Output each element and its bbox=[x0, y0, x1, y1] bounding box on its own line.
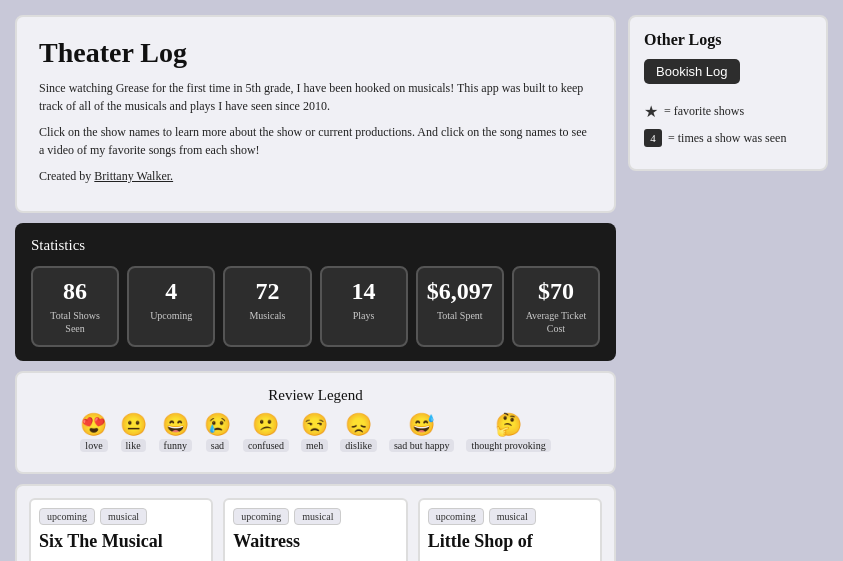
show-tags: upcomingmusical bbox=[233, 508, 397, 525]
emoji-icon: 😅 bbox=[408, 414, 435, 436]
other-logs-card: Other Logs Bookish Log ★ = favorite show… bbox=[628, 15, 828, 171]
emoji-item: 😢 sad bbox=[204, 414, 231, 452]
emoji-label: like bbox=[121, 439, 146, 452]
review-legend-title: Review Legend bbox=[33, 387, 598, 404]
statistics-title: Statistics bbox=[31, 237, 600, 254]
star-legend-row: ★ = favorite shows bbox=[644, 102, 812, 121]
created-by: Created by Brittany Walker. bbox=[39, 167, 592, 185]
number-legend-row: 4 = times a show was seen bbox=[644, 129, 812, 147]
emoji-icon: 😕 bbox=[252, 414, 279, 436]
number-badge: 4 bbox=[644, 129, 662, 147]
show-tags: upcomingmusical bbox=[428, 508, 592, 525]
show-name[interactable]: Six The Musical bbox=[39, 531, 203, 552]
show-card[interactable]: upcomingmusical Little Shop of bbox=[418, 498, 602, 561]
stat-label: Total Spent bbox=[426, 309, 494, 322]
stat-number: 4 bbox=[137, 278, 205, 305]
emoji-item: 😐 like bbox=[120, 414, 147, 452]
emoji-icon: 😍 bbox=[80, 414, 107, 436]
emoji-icon: 🤔 bbox=[495, 414, 522, 436]
emoji-icon: 😒 bbox=[301, 414, 328, 436]
stat-number: 14 bbox=[330, 278, 398, 305]
description-1: Since watching Grease for the first time… bbox=[39, 79, 592, 115]
other-logs-title: Other Logs bbox=[644, 31, 812, 49]
emoji-item: 😒 meh bbox=[301, 414, 328, 452]
stats-grid: 86 Total Shows Seen 4 Upcoming 72 Musica… bbox=[31, 266, 600, 347]
emoji-item: 🤔 thought provoking bbox=[466, 414, 550, 452]
stat-number: 72 bbox=[233, 278, 301, 305]
emoji-icon: 😞 bbox=[345, 414, 372, 436]
stat-label: Upcoming bbox=[137, 309, 205, 322]
sidebar: Other Logs Bookish Log ★ = favorite show… bbox=[628, 15, 828, 546]
show-tag: musical bbox=[100, 508, 147, 525]
stat-number: $70 bbox=[522, 278, 590, 305]
stat-number: 86 bbox=[41, 278, 109, 305]
emoji-icon: 😄 bbox=[162, 414, 189, 436]
emoji-item: 😍 love bbox=[80, 414, 107, 452]
emoji-label: sad bbox=[206, 439, 229, 452]
stat-label: Plays bbox=[330, 309, 398, 322]
show-tag: upcoming bbox=[233, 508, 289, 525]
show-card[interactable]: upcomingmusical Six The Musical bbox=[29, 498, 213, 561]
number-legend-label: = times a show was seen bbox=[668, 131, 786, 146]
description-2: Click on the show names to learn more ab… bbox=[39, 123, 592, 159]
emoji-row: 😍 love 😐 like 😄 funny 😢 sad 😕 confused 😒… bbox=[33, 414, 598, 452]
shows-section: upcomingmusical Six The Musical upcoming… bbox=[15, 484, 616, 561]
emoji-icon: 😐 bbox=[120, 414, 147, 436]
stat-label: Musicals bbox=[233, 309, 301, 322]
emoji-item: 😅 sad but happy bbox=[389, 414, 455, 452]
show-tag: upcoming bbox=[428, 508, 484, 525]
header-card: Theater Log Since watching Grease for th… bbox=[15, 15, 616, 213]
stat-box: $6,097 Total Spent bbox=[416, 266, 504, 347]
stat-box: 86 Total Shows Seen bbox=[31, 266, 119, 347]
emoji-label: confused bbox=[243, 439, 289, 452]
emoji-label: funny bbox=[159, 439, 192, 452]
emoji-label: sad but happy bbox=[389, 439, 455, 452]
author-link[interactable]: Brittany Walker. bbox=[94, 169, 173, 183]
stat-box: 14 Plays bbox=[320, 266, 408, 347]
emoji-label: meh bbox=[301, 439, 328, 452]
emoji-label: love bbox=[80, 439, 107, 452]
stat-label: Total Shows Seen bbox=[41, 309, 109, 335]
emoji-item: 😄 funny bbox=[159, 414, 192, 452]
bookish-log-button[interactable]: Bookish Log bbox=[644, 59, 740, 84]
stat-box: 72 Musicals bbox=[223, 266, 311, 347]
show-tags: upcomingmusical bbox=[39, 508, 203, 525]
show-name[interactable]: Waitress bbox=[233, 531, 397, 552]
emoji-item: 😞 dislike bbox=[340, 414, 377, 452]
stat-box: $70 Average Ticket Cost bbox=[512, 266, 600, 347]
show-tag: upcoming bbox=[39, 508, 95, 525]
star-legend-label: = favorite shows bbox=[664, 104, 744, 119]
show-name[interactable]: Little Shop of bbox=[428, 531, 592, 552]
stat-label: Average Ticket Cost bbox=[522, 309, 590, 335]
review-legend-section: Review Legend 😍 love 😐 like 😄 funny 😢 sa… bbox=[15, 371, 616, 474]
show-card[interactable]: upcomingmusical Waitress bbox=[223, 498, 407, 561]
stat-box: 4 Upcoming bbox=[127, 266, 215, 347]
emoji-label: dislike bbox=[340, 439, 377, 452]
sidebar-legend: ★ = favorite shows 4 = times a show was … bbox=[644, 102, 812, 147]
stat-number: $6,097 bbox=[426, 278, 494, 305]
star-icon: ★ bbox=[644, 102, 658, 121]
emoji-label: thought provoking bbox=[466, 439, 550, 452]
show-tag: musical bbox=[489, 508, 536, 525]
statistics-section: Statistics 86 Total Shows Seen 4 Upcomin… bbox=[15, 223, 616, 361]
emoji-icon: 😢 bbox=[204, 414, 231, 436]
show-tag: musical bbox=[294, 508, 341, 525]
page-title: Theater Log bbox=[39, 37, 592, 69]
emoji-item: 😕 confused bbox=[243, 414, 289, 452]
